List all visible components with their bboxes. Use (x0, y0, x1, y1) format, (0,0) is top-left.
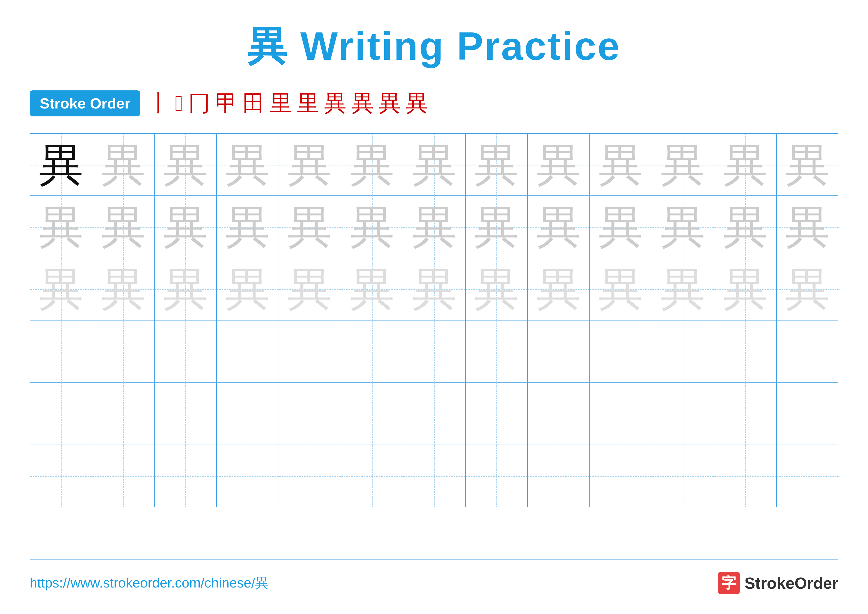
cell-2-1[interactable]: 異 (30, 196, 92, 258)
char-guide: 異 (101, 143, 146, 187)
cell-3-5[interactable]: 異 (279, 258, 341, 320)
cell-1-6[interactable]: 異 (341, 134, 403, 196)
cell-4-10[interactable] (590, 320, 652, 383)
cell-5-8[interactable] (466, 383, 528, 445)
char-dark: 異 (39, 143, 84, 187)
cell-3-12[interactable]: 異 (715, 258, 777, 320)
char-guide: 異 (412, 143, 457, 187)
cell-4-6[interactable] (341, 320, 403, 383)
grid-row-6 (30, 445, 838, 507)
cell-5-2[interactable] (92, 383, 154, 445)
cell-1-10[interactable]: 異 (590, 134, 652, 196)
cell-1-9[interactable]: 異 (528, 134, 590, 196)
cell-4-4[interactable] (217, 320, 279, 383)
grid-row-1: 異 異 異 異 異 異 異 異 異 異 異 異 異 (30, 134, 838, 196)
cell-1-8[interactable]: 異 (466, 134, 528, 196)
cell-4-5[interactable] (279, 320, 341, 383)
cell-2-4[interactable]: 異 (217, 196, 279, 258)
cell-4-8[interactable] (466, 320, 528, 383)
cell-5-9[interactable] (528, 383, 590, 445)
cell-6-6[interactable] (341, 445, 403, 507)
cell-5-7[interactable] (403, 383, 465, 445)
char-guide: 異 (785, 205, 830, 249)
footer-logo: 字 StrokeOrder (718, 572, 838, 594)
cell-1-1[interactable]: 異 (30, 134, 92, 196)
cell-5-13[interactable] (777, 383, 839, 445)
char-guide: 異 (39, 205, 84, 249)
cell-3-4[interactable]: 異 (217, 258, 279, 320)
footer: https://www.strokeorder.com/chinese/異 字 … (30, 572, 838, 594)
cell-3-2[interactable]: 異 (92, 258, 154, 320)
cell-3-13[interactable]: 異 (777, 258, 839, 320)
cell-3-9[interactable]: 異 (528, 258, 590, 320)
cell-3-8[interactable]: 異 (466, 258, 528, 320)
cell-4-11[interactable] (652, 320, 715, 383)
cell-4-12[interactable] (715, 320, 777, 383)
cell-5-5[interactable] (279, 383, 341, 445)
cell-3-6[interactable]: 異 (341, 258, 403, 320)
cell-3-10[interactable]: 異 (590, 258, 652, 320)
cell-1-13[interactable]: 異 (777, 134, 839, 196)
cell-6-8[interactable] (466, 445, 528, 507)
cell-5-1[interactable] (30, 383, 92, 445)
char-guide: 異 (163, 143, 208, 187)
cell-4-7[interactable] (403, 320, 465, 383)
char-guide: 異 (163, 205, 208, 249)
char-guide: 異 (163, 267, 208, 312)
cell-5-12[interactable] (715, 383, 777, 445)
cell-6-10[interactable] (590, 445, 652, 507)
cell-4-3[interactable] (155, 320, 217, 383)
page: 異 Writing Practice Stroke Order 丨 𠃍 冂 甲 … (0, 0, 868, 614)
cell-2-12[interactable]: 異 (715, 196, 777, 258)
char-guide: 異 (785, 143, 830, 187)
cell-5-10[interactable] (590, 383, 652, 445)
cell-1-3[interactable]: 異 (155, 134, 217, 196)
cell-2-7[interactable]: 異 (403, 196, 465, 258)
stroke-9: 異 (351, 88, 374, 118)
cell-5-6[interactable] (341, 383, 403, 445)
cell-6-3[interactable] (155, 445, 217, 507)
cell-1-5[interactable]: 異 (279, 134, 341, 196)
cell-5-11[interactable] (652, 383, 715, 445)
cell-6-12[interactable] (715, 445, 777, 507)
cell-6-5[interactable] (279, 445, 341, 507)
cell-3-1[interactable]: 異 (30, 258, 92, 320)
cell-1-4[interactable]: 異 (217, 134, 279, 196)
cell-6-7[interactable] (403, 445, 465, 507)
cell-6-1[interactable] (30, 445, 92, 507)
stroke-6: 里 (270, 88, 292, 118)
cell-3-3[interactable]: 異 (155, 258, 217, 320)
cell-2-10[interactable]: 異 (590, 196, 652, 258)
cell-6-9[interactable] (528, 445, 590, 507)
cell-5-4[interactable] (217, 383, 279, 445)
cell-3-11[interactable]: 異 (652, 258, 715, 320)
char-guide: 異 (661, 267, 705, 312)
cell-2-11[interactable]: 異 (652, 196, 715, 258)
cell-1-11[interactable]: 異 (652, 134, 715, 196)
cell-6-11[interactable] (652, 445, 715, 507)
cell-2-6[interactable]: 異 (341, 196, 403, 258)
cell-4-13[interactable] (777, 320, 839, 383)
stroke-sequence: 丨 𠃍 冂 甲 田 里 里 異 異 異 異 (148, 88, 428, 118)
cell-4-9[interactable] (528, 320, 590, 383)
cell-6-4[interactable] (217, 445, 279, 507)
cell-2-8[interactable]: 異 (466, 196, 528, 258)
cell-6-2[interactable] (92, 445, 154, 507)
cell-6-13[interactable] (777, 445, 839, 507)
cell-1-12[interactable]: 異 (715, 134, 777, 196)
cell-1-2[interactable]: 異 (92, 134, 154, 196)
cell-4-2[interactable] (92, 320, 154, 383)
cell-5-3[interactable] (155, 383, 217, 445)
cell-4-1[interactable] (30, 320, 92, 383)
cell-2-5[interactable]: 異 (279, 196, 341, 258)
char-guide: 異 (350, 143, 394, 187)
grid-row-4 (30, 320, 838, 383)
cell-1-7[interactable]: 異 (403, 134, 465, 196)
char-guide: 異 (661, 143, 705, 187)
cell-2-3[interactable]: 異 (155, 196, 217, 258)
cell-2-13[interactable]: 異 (777, 196, 839, 258)
cell-2-2[interactable]: 異 (92, 196, 154, 258)
char-guide: 異 (350, 267, 394, 312)
cell-3-7[interactable]: 異 (403, 258, 465, 320)
cell-2-9[interactable]: 異 (528, 196, 590, 258)
